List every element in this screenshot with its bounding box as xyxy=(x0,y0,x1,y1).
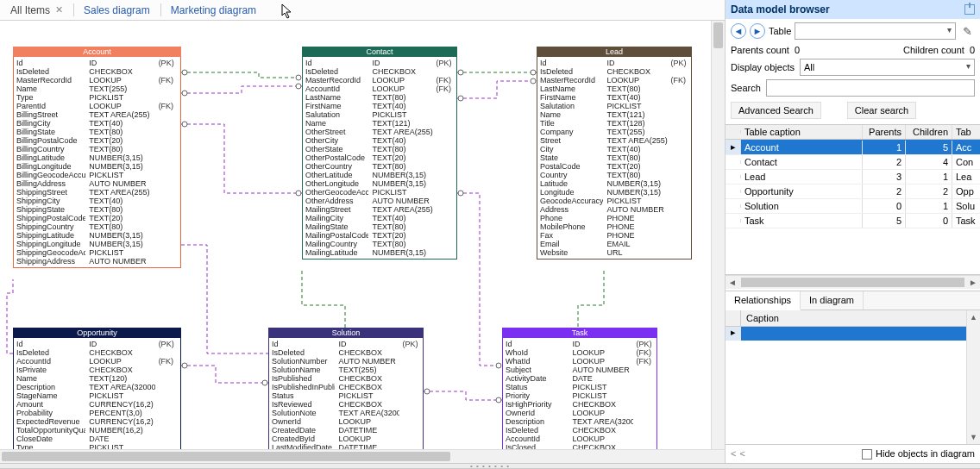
field-row[interactable]: StageNamePICKLIST xyxy=(16,391,178,400)
field-row[interactable]: ProbabilityPERCENT(3,0) xyxy=(16,409,178,417)
canvas-horizontal-scrollbar[interactable] xyxy=(0,449,725,463)
field-row[interactable]: ShippingAddressAUTO NUMBER xyxy=(16,257,178,266)
field-row[interactable]: PriorityPICKLIST xyxy=(506,391,654,400)
field-row[interactable]: IsDeletedCHECKBOX xyxy=(16,348,178,357)
field-row[interactable]: OtherStreetTEXT AREA(255) xyxy=(305,128,454,136)
hide-objects-checkbox[interactable]: Hide objects in diagram xyxy=(862,448,975,460)
field-row[interactable]: MailingLatitudeNUMBER(3,15) xyxy=(305,248,454,257)
col-parents[interactable]: Parents xyxy=(863,125,906,139)
field-row[interactable]: ShippingPostalCodeTEXT(20) xyxy=(16,214,178,222)
table-row-opportunity[interactable]: Opportunity22Opp xyxy=(726,184,980,199)
field-row[interactable]: OtherCityTEXT(40) xyxy=(305,136,454,145)
field-row[interactable]: BillingStreetTEXT AREA(255) xyxy=(16,110,178,119)
field-row[interactable]: IsDeletedCHECKBOX xyxy=(305,67,454,76)
field-row[interactable]: IdID(PK) xyxy=(506,340,654,348)
col-tab[interactable]: Tab xyxy=(952,125,980,139)
col-caption[interactable]: Caption xyxy=(741,310,966,326)
table-row-lead[interactable]: Lead31Lea xyxy=(726,170,980,184)
field-row[interactable]: SalutationPICKLIST xyxy=(305,110,454,119)
field-row[interactable]: PostalCodeTEXT(20) xyxy=(540,162,688,171)
relationships-vertical-scrollbar[interactable]: ▲▼ xyxy=(966,310,980,444)
field-row[interactable]: CreatedByIdLOOKUP xyxy=(272,435,420,443)
collapse-button[interactable]: << xyxy=(731,448,749,459)
field-row[interactable]: CloseDateDATE xyxy=(16,435,178,443)
nav-back-button[interactable]: ◄ xyxy=(731,23,746,39)
field-row[interactable]: EmailEMAIL xyxy=(540,240,688,248)
field-row[interactable]: NameTEXT(121) xyxy=(540,110,688,119)
field-row[interactable]: FirstNameTEXT(40) xyxy=(305,102,454,110)
field-row[interactable]: TotalOpportunityQuantityNUMBER(16,2) xyxy=(16,426,178,435)
field-row[interactable]: OtherAddressAUTO NUMBER xyxy=(305,197,454,205)
col-children[interactable]: Children xyxy=(906,125,952,139)
field-row[interactable]: ShippingLatitudeNUMBER(3,15) xyxy=(16,231,178,240)
clear-search-button[interactable]: Clear search xyxy=(847,102,916,119)
field-row[interactable]: ShippingGeocodeAccuracyPICKLIST xyxy=(16,248,178,257)
field-row[interactable]: LongitudeNUMBER(3,15) xyxy=(540,188,688,197)
field-row[interactable]: DescriptionTEXT AREA(32000) xyxy=(16,383,178,391)
table-contact[interactable]: ContactIdID(PK)IsDeletedCHECKBOXMasterRe… xyxy=(302,47,457,260)
diagram-canvas[interactable]: AccountIdID(PK)IsDeletedCHECKBOXMasterRe… xyxy=(0,21,711,449)
field-row[interactable]: TitleTEXT(128) xyxy=(540,119,688,128)
field-row[interactable]: OtherLongitudeNUMBER(3,15) xyxy=(305,179,454,188)
field-row[interactable]: CityTEXT(40) xyxy=(540,145,688,153)
table-combobox[interactable] xyxy=(795,22,956,40)
field-row[interactable]: OwnerIdLOOKUP xyxy=(272,417,420,426)
field-row[interactable]: MailingCityTEXT(40) xyxy=(305,214,454,222)
field-row[interactable]: OwnerIdLOOKUP xyxy=(506,409,654,417)
table-task[interactable]: TaskIdID(PK)WhoIdLOOKUP(FK)WhatIdLOOKUP(… xyxy=(502,328,657,449)
field-row[interactable]: LastNameTEXT(80) xyxy=(540,84,688,93)
field-row[interactable]: SalutationPICKLIST xyxy=(540,102,688,110)
table-account[interactable]: AccountIdID(PK)IsDeletedCHECKBOXMasterRe… xyxy=(13,47,181,268)
relationships-selected-row[interactable] xyxy=(741,327,966,341)
field-row[interactable]: LastNameTEXT(80) xyxy=(305,93,454,102)
field-row[interactable]: DescriptionTEXT AREA(32000) xyxy=(506,417,654,426)
field-row[interactable]: MailingStateTEXT(80) xyxy=(305,222,454,231)
field-row[interactable]: CreatedDateDATETIME xyxy=(272,426,420,435)
field-row[interactable]: SubjectAUTO NUMBER xyxy=(506,366,654,374)
grid-horizontal-scrollbar[interactable]: ◄► xyxy=(726,275,980,289)
field-row[interactable]: BillingLongitudeNUMBER(3,15) xyxy=(16,162,178,171)
field-row[interactable]: AccountIdLOOKUP(FK) xyxy=(305,84,454,93)
field-row[interactable]: MailingCountryTEXT(80) xyxy=(305,240,454,248)
field-row[interactable]: GeocodeAccuracyPICKLIST xyxy=(540,197,688,205)
field-row[interactable]: SolutionNoteTEXT AREA(32000) xyxy=(272,409,420,417)
field-row[interactable]: TypePICKLIST xyxy=(16,443,178,449)
field-row[interactable]: BillingCountryTEXT(80) xyxy=(16,145,178,153)
field-row[interactable]: BillingLatitudeNUMBER(3,15) xyxy=(16,153,178,162)
field-row[interactable]: AddressAUTO NUMBER xyxy=(540,205,688,214)
field-row[interactable]: OtherLatitudeNUMBER(3,15) xyxy=(305,171,454,179)
tab-all-items[interactable]: All Items ✕ xyxy=(0,0,73,20)
field-row[interactable]: TypePICKLIST xyxy=(16,93,178,102)
field-row[interactable]: MailingPostalCodeTEXT(20) xyxy=(305,231,454,240)
field-row[interactable]: SolutionNameTEXT(255) xyxy=(272,366,420,374)
field-row[interactable]: LastModifiedDateDATETIME xyxy=(272,443,420,449)
field-row[interactable]: MobilePhonePHONE xyxy=(540,222,688,231)
field-row[interactable]: WebsiteURL xyxy=(540,248,688,257)
close-icon[interactable]: ✕ xyxy=(55,4,63,16)
field-row[interactable]: CompanyTEXT(255) xyxy=(540,128,688,136)
field-row[interactable]: IsPrivateCHECKBOX xyxy=(16,366,178,374)
field-row[interactable]: PhonePHONE xyxy=(540,214,688,222)
edit-icon[interactable]: ✎ xyxy=(959,23,975,39)
field-row[interactable]: FaxPHONE xyxy=(540,231,688,240)
field-row[interactable]: ShippingStateTEXT(80) xyxy=(16,205,178,214)
field-row[interactable]: CountryTEXT(80) xyxy=(540,171,688,179)
field-row[interactable]: OtherPostalCodeTEXT(20) xyxy=(305,153,454,162)
field-row[interactable]: IsReviewedCHECKBOX xyxy=(272,400,420,409)
field-row[interactable]: NameTEXT(255) xyxy=(16,84,178,93)
nav-forward-button[interactable]: ► xyxy=(750,23,765,39)
field-row[interactable]: ShippingLongitudeNUMBER(3,15) xyxy=(16,240,178,248)
field-row[interactable]: NameTEXT(121) xyxy=(305,119,454,128)
pin-icon[interactable] xyxy=(964,4,975,15)
field-row[interactable]: StatusPICKLIST xyxy=(272,391,420,400)
field-row[interactable]: ParentIdLOOKUP(FK) xyxy=(16,102,178,110)
field-row[interactable]: IdID(PK) xyxy=(16,340,178,348)
field-row[interactable]: OtherStateTEXT(80) xyxy=(305,145,454,153)
display-objects-select[interactable]: All xyxy=(800,59,975,76)
field-row[interactable]: IsDeletedCHECKBOX xyxy=(16,67,178,76)
field-row[interactable]: IsDeletedCHECKBOX xyxy=(272,348,420,357)
field-row[interactable]: SolutionNumberAUTO NUMBER xyxy=(272,357,420,366)
field-row[interactable]: IsPublishedCHECKBOX xyxy=(272,374,420,383)
canvas-vertical-scrollbar[interactable] xyxy=(711,21,725,449)
field-row[interactable]: AmountCURRENCY(16,2) xyxy=(16,400,178,409)
